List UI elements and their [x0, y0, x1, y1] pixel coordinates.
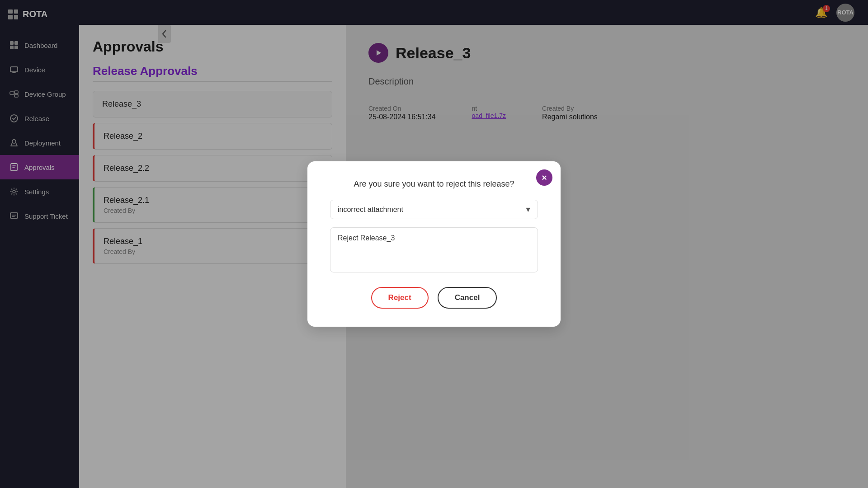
modal-actions: Reject Cancel [330, 287, 538, 309]
modal-close-button[interactable]: × [536, 169, 552, 186]
reason-dropdown-wrapper: incorrect attachment wrong version missi… [330, 200, 538, 219]
main-content: 🔔 1 ROTA Approvals Release Approvals Rel… [79, 0, 868, 488]
reason-dropdown[interactable]: incorrect attachment wrong version missi… [330, 200, 538, 219]
reject-button[interactable]: Reject [371, 287, 429, 309]
reject-reason-textarea[interactable]: Reject Release_3 [330, 227, 538, 272]
modal-question: Are you sure you want to reject this rel… [330, 179, 538, 189]
cancel-button[interactable]: Cancel [438, 287, 497, 309]
modal-overlay: × Are you sure you want to reject this r… [0, 0, 868, 488]
reject-modal: × Are you sure you want to reject this r… [307, 161, 561, 327]
